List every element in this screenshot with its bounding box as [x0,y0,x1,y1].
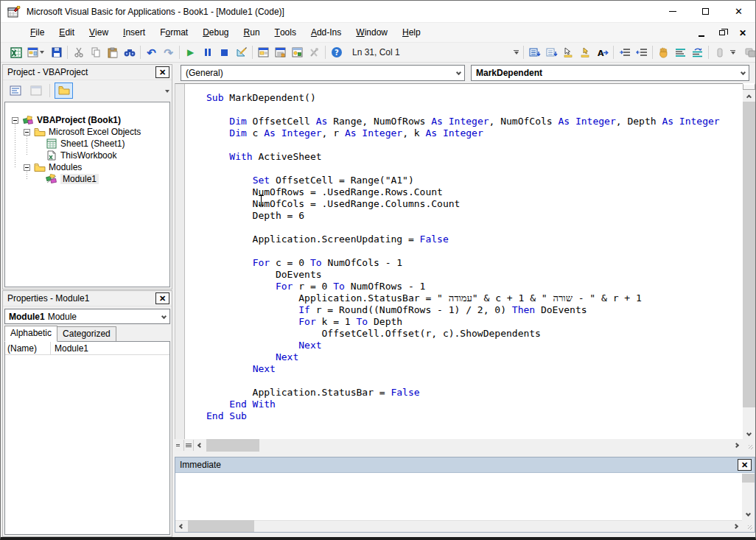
view-object-button[interactable] [27,83,45,99]
cut-button[interactable] [70,44,87,60]
copy-button[interactable] [87,44,104,60]
menu-view[interactable]: View [82,23,116,42]
vertical-scroll-thumb[interactable] [742,474,755,483]
collapse-toggle-icon[interactable] [24,164,30,171]
code-editor[interactable]: Sub MarkDependent() Dim OffsetCell As Ra… [175,83,743,439]
vertical-scroll-thumb[interactable] [743,102,755,407]
scroll-down-button[interactable] [743,427,755,439]
menu-addins[interactable]: Add-Ins [304,23,349,42]
immediate-horizontal-scrollbar[interactable] [175,520,742,532]
view-microsoft-excel-button[interactable] [7,44,24,60]
quick-info-button[interactable] [560,44,577,60]
property-row[interactable]: (Name) Module1 [5,342,169,355]
project-explorer-button[interactable] [255,44,272,60]
full-module-view-button[interactable] [184,440,194,451]
properties-panel-titlebar[interactable]: Properties - Module1 ✕ [3,291,172,306]
tree-item-modules[interactable]: Modules [5,161,169,173]
edit-toolbar-overflow-button[interactable] [728,44,738,60]
scroll-left-button[interactable] [194,439,206,452]
property-value[interactable]: Module1 [51,342,169,354]
comment-block-button[interactable] [672,44,689,60]
mdi-restore-button[interactable] [714,26,730,41]
procedure-view-button[interactable] [175,440,184,451]
scroll-left-button[interactable] [175,520,188,533]
object-selector-dropdown[interactable]: Module1 Module [4,309,170,324]
immediate-titlebar[interactable]: Immediate ✕ [175,457,755,473]
code-horizontal-scrollbar[interactable] [175,439,743,452]
toolbar-overflow-button[interactable] [511,44,521,60]
mdi-close-button[interactable]: ✕ [735,26,751,41]
immediate-input-area[interactable] [175,474,742,519]
procedure-dropdown[interactable]: MarkDependent [471,65,749,81]
save-button[interactable] [48,44,65,60]
complete-word-button[interactable]: A [594,44,611,60]
menu-debug[interactable]: Debug [195,23,236,42]
minimize-button[interactable] [656,1,689,22]
insert-userform-button[interactable] [24,44,48,60]
menu-file[interactable]: File [23,23,52,42]
scroll-up-button[interactable] [743,90,755,102]
horizontal-scroll-track[interactable] [206,439,730,452]
immediate-close-button[interactable]: ✕ [738,459,752,471]
horizontal-scroll-track[interactable] [188,520,729,533]
horizontal-scroll-thumb[interactable] [206,439,259,452]
help-button[interactable]: ? [328,44,345,60]
immediate-vertical-scrollbar[interactable] [742,474,755,519]
tree-item-thisworkbook[interactable]: ThisWorkbook [5,150,169,161]
toolbox-button[interactable] [306,44,323,60]
list-properties-methods-button[interactable] [526,44,543,60]
menu-format[interactable]: Format [153,23,195,42]
project-panel-close-button[interactable]: ✕ [155,66,169,78]
tree-item-sheet1[interactable]: Sheet1 (Sheet1) [5,138,169,150]
menu-tools[interactable]: Tools [267,23,304,42]
parameter-info-button[interactable] [577,44,594,60]
tree-item-vbaproject[interactable]: VBAProject (Book1) [5,114,169,126]
reset-button[interactable] [216,44,233,60]
maximize-button[interactable] [689,1,722,22]
menu-run[interactable]: Run [237,23,267,42]
collapse-toggle-icon[interactable] [24,129,30,136]
tree-item-excel-objects[interactable]: Microsoft Excel Objects [5,126,169,138]
menu-edit[interactable]: Edit [52,23,82,42]
menu-window[interactable]: Window [349,23,395,42]
properties-window-button[interactable] [272,44,289,60]
object-dropdown[interactable]: (General) [181,65,465,81]
userform-toolbar-button[interactable] [742,44,756,60]
view-code-button[interactable] [6,83,24,99]
toggle-bookmark-button[interactable] [711,44,728,60]
find-button[interactable] [121,44,138,60]
split-handle[interactable] [743,83,755,90]
resize-grip[interactable] [742,519,755,532]
scroll-down-button[interactable] [742,508,755,519]
toggle-breakpoint-button[interactable] [655,44,672,60]
outdent-button[interactable] [633,44,650,60]
project-toolbar-overflow-button[interactable] [163,82,171,98]
menu-help[interactable]: Help [395,23,428,42]
code-vertical-scrollbar[interactable] [743,83,755,439]
margin-indicator-bar[interactable] [175,84,185,439]
toggle-folders-button[interactable] [55,83,73,99]
uncomment-block-button[interactable] [689,44,706,60]
undo-button[interactable]: ↶ [143,44,160,60]
break-button[interactable] [199,44,216,60]
paste-button[interactable] [104,44,121,60]
project-panel-titlebar[interactable]: Project - VBAProject ✕ [3,65,172,80]
tree-item-module1[interactable]: Module1 [5,173,169,185]
properties-panel-close-button[interactable]: ✕ [155,292,169,304]
tab-categorized[interactable]: Categorized [57,326,116,342]
menu-insert[interactable]: Insert [116,23,153,42]
scroll-right-button[interactable] [730,439,743,452]
redo-button[interactable]: ↷ [160,44,177,60]
horizontal-scroll-thumb[interactable] [188,520,254,532]
indent-button[interactable] [616,44,633,60]
run-sub-button[interactable]: ▶ [182,44,199,60]
list-constants-button[interactable] [543,44,560,60]
scroll-right-button[interactable] [729,520,742,533]
design-mode-button[interactable] [233,44,250,60]
tab-alphabetic[interactable]: Alphabetic [4,326,57,342]
object-browser-button[interactable] [289,44,306,60]
close-button[interactable]: ✕ [722,1,755,22]
resize-grip[interactable] [743,439,755,452]
mdi-minimize-button[interactable] [693,26,710,41]
collapse-toggle-icon[interactable] [12,117,18,124]
